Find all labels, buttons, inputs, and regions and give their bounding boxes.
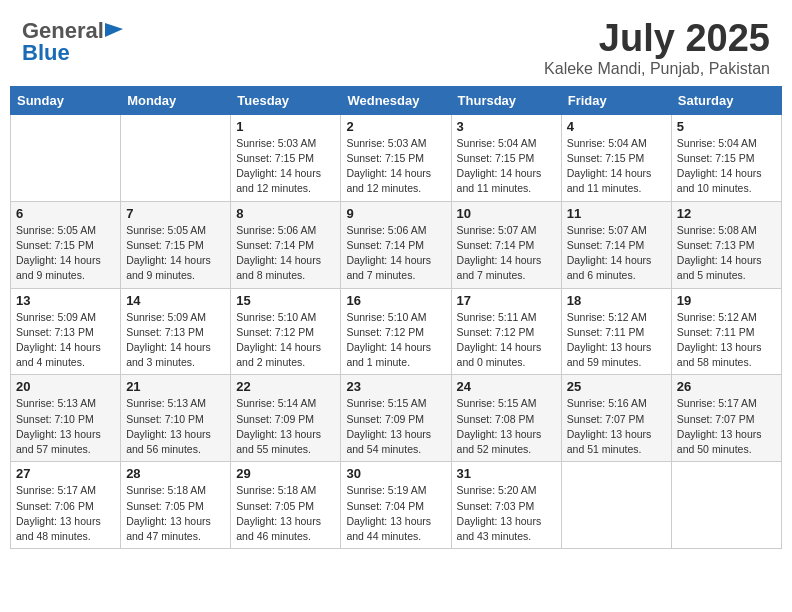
day-info: Sunrise: 5:07 AMSunset: 7:14 PMDaylight:… bbox=[567, 223, 666, 284]
table-row: 12Sunrise: 5:08 AMSunset: 7:13 PMDayligh… bbox=[671, 201, 781, 288]
day-info: Sunrise: 5:18 AMSunset: 7:05 PMDaylight:… bbox=[236, 483, 335, 544]
table-row: 2Sunrise: 5:03 AMSunset: 7:15 PMDaylight… bbox=[341, 114, 451, 201]
table-row: 17Sunrise: 5:11 AMSunset: 7:12 PMDayligh… bbox=[451, 288, 561, 375]
table-row: 27Sunrise: 5:17 AMSunset: 7:06 PMDayligh… bbox=[11, 462, 121, 549]
table-row bbox=[561, 462, 671, 549]
table-row: 1Sunrise: 5:03 AMSunset: 7:15 PMDaylight… bbox=[231, 114, 341, 201]
table-row: 24Sunrise: 5:15 AMSunset: 7:08 PMDayligh… bbox=[451, 375, 561, 462]
day-number: 9 bbox=[346, 206, 445, 221]
day-number: 7 bbox=[126, 206, 225, 221]
day-number: 27 bbox=[16, 466, 115, 481]
table-row: 30Sunrise: 5:19 AMSunset: 7:04 PMDayligh… bbox=[341, 462, 451, 549]
day-number: 4 bbox=[567, 119, 666, 134]
table-row: 21Sunrise: 5:13 AMSunset: 7:10 PMDayligh… bbox=[121, 375, 231, 462]
table-row: 6Sunrise: 5:05 AMSunset: 7:15 PMDaylight… bbox=[11, 201, 121, 288]
location-title: Kaleke Mandi, Punjab, Pakistan bbox=[544, 60, 770, 78]
day-info: Sunrise: 5:17 AMSunset: 7:07 PMDaylight:… bbox=[677, 396, 776, 457]
calendar-table: Sunday Monday Tuesday Wednesday Thursday… bbox=[10, 86, 782, 549]
day-info: Sunrise: 5:12 AMSunset: 7:11 PMDaylight:… bbox=[567, 310, 666, 371]
day-number: 23 bbox=[346, 379, 445, 394]
col-saturday: Saturday bbox=[671, 86, 781, 114]
table-row: 20Sunrise: 5:13 AMSunset: 7:10 PMDayligh… bbox=[11, 375, 121, 462]
col-wednesday: Wednesday bbox=[341, 86, 451, 114]
table-row: 16Sunrise: 5:10 AMSunset: 7:12 PMDayligh… bbox=[341, 288, 451, 375]
day-info: Sunrise: 5:17 AMSunset: 7:06 PMDaylight:… bbox=[16, 483, 115, 544]
day-number: 17 bbox=[457, 293, 556, 308]
logo-blue-text: Blue bbox=[22, 40, 70, 66]
table-row: 25Sunrise: 5:16 AMSunset: 7:07 PMDayligh… bbox=[561, 375, 671, 462]
day-number: 3 bbox=[457, 119, 556, 134]
table-row: 9Sunrise: 5:06 AMSunset: 7:14 PMDaylight… bbox=[341, 201, 451, 288]
table-row: 29Sunrise: 5:18 AMSunset: 7:05 PMDayligh… bbox=[231, 462, 341, 549]
day-number: 13 bbox=[16, 293, 115, 308]
table-row: 3Sunrise: 5:04 AMSunset: 7:15 PMDaylight… bbox=[451, 114, 561, 201]
table-row: 8Sunrise: 5:06 AMSunset: 7:14 PMDaylight… bbox=[231, 201, 341, 288]
day-number: 24 bbox=[457, 379, 556, 394]
day-number: 21 bbox=[126, 379, 225, 394]
page-header: General Blue July 2025 Kaleke Mandi, Pun… bbox=[10, 10, 782, 82]
table-row: 10Sunrise: 5:07 AMSunset: 7:14 PMDayligh… bbox=[451, 201, 561, 288]
day-info: Sunrise: 5:13 AMSunset: 7:10 PMDaylight:… bbox=[126, 396, 225, 457]
col-thursday: Thursday bbox=[451, 86, 561, 114]
day-number: 26 bbox=[677, 379, 776, 394]
col-sunday: Sunday bbox=[11, 86, 121, 114]
table-row bbox=[671, 462, 781, 549]
day-info: Sunrise: 5:16 AMSunset: 7:07 PMDaylight:… bbox=[567, 396, 666, 457]
day-number: 8 bbox=[236, 206, 335, 221]
table-row: 18Sunrise: 5:12 AMSunset: 7:11 PMDayligh… bbox=[561, 288, 671, 375]
table-row: 23Sunrise: 5:15 AMSunset: 7:09 PMDayligh… bbox=[341, 375, 451, 462]
day-number: 22 bbox=[236, 379, 335, 394]
day-info: Sunrise: 5:06 AMSunset: 7:14 PMDaylight:… bbox=[346, 223, 445, 284]
day-number: 19 bbox=[677, 293, 776, 308]
table-row bbox=[121, 114, 231, 201]
day-info: Sunrise: 5:03 AMSunset: 7:15 PMDaylight:… bbox=[346, 136, 445, 197]
week-row-5: 27Sunrise: 5:17 AMSunset: 7:06 PMDayligh… bbox=[11, 462, 782, 549]
day-info: Sunrise: 5:14 AMSunset: 7:09 PMDaylight:… bbox=[236, 396, 335, 457]
table-row: 14Sunrise: 5:09 AMSunset: 7:13 PMDayligh… bbox=[121, 288, 231, 375]
table-row: 28Sunrise: 5:18 AMSunset: 7:05 PMDayligh… bbox=[121, 462, 231, 549]
week-row-4: 20Sunrise: 5:13 AMSunset: 7:10 PMDayligh… bbox=[11, 375, 782, 462]
table-row: 26Sunrise: 5:17 AMSunset: 7:07 PMDayligh… bbox=[671, 375, 781, 462]
col-friday: Friday bbox=[561, 86, 671, 114]
day-info: Sunrise: 5:20 AMSunset: 7:03 PMDaylight:… bbox=[457, 483, 556, 544]
table-row: 31Sunrise: 5:20 AMSunset: 7:03 PMDayligh… bbox=[451, 462, 561, 549]
day-number: 20 bbox=[16, 379, 115, 394]
day-number: 30 bbox=[346, 466, 445, 481]
day-number: 25 bbox=[567, 379, 666, 394]
day-info: Sunrise: 5:13 AMSunset: 7:10 PMDaylight:… bbox=[16, 396, 115, 457]
day-number: 10 bbox=[457, 206, 556, 221]
logo: General Blue bbox=[22, 18, 123, 66]
day-number: 6 bbox=[16, 206, 115, 221]
day-info: Sunrise: 5:05 AMSunset: 7:15 PMDaylight:… bbox=[16, 223, 115, 284]
week-row-2: 6Sunrise: 5:05 AMSunset: 7:15 PMDaylight… bbox=[11, 201, 782, 288]
day-info: Sunrise: 5:10 AMSunset: 7:12 PMDaylight:… bbox=[346, 310, 445, 371]
day-number: 1 bbox=[236, 119, 335, 134]
day-info: Sunrise: 5:08 AMSunset: 7:13 PMDaylight:… bbox=[677, 223, 776, 284]
day-number: 29 bbox=[236, 466, 335, 481]
col-tuesday: Tuesday bbox=[231, 86, 341, 114]
week-row-3: 13Sunrise: 5:09 AMSunset: 7:13 PMDayligh… bbox=[11, 288, 782, 375]
day-info: Sunrise: 5:15 AMSunset: 7:08 PMDaylight:… bbox=[457, 396, 556, 457]
day-info: Sunrise: 5:04 AMSunset: 7:15 PMDaylight:… bbox=[677, 136, 776, 197]
day-number: 31 bbox=[457, 466, 556, 481]
day-info: Sunrise: 5:18 AMSunset: 7:05 PMDaylight:… bbox=[126, 483, 225, 544]
table-row: 13Sunrise: 5:09 AMSunset: 7:13 PMDayligh… bbox=[11, 288, 121, 375]
day-number: 14 bbox=[126, 293, 225, 308]
week-row-1: 1Sunrise: 5:03 AMSunset: 7:15 PMDaylight… bbox=[11, 114, 782, 201]
day-number: 12 bbox=[677, 206, 776, 221]
col-monday: Monday bbox=[121, 86, 231, 114]
table-row: 4Sunrise: 5:04 AMSunset: 7:15 PMDaylight… bbox=[561, 114, 671, 201]
day-info: Sunrise: 5:04 AMSunset: 7:15 PMDaylight:… bbox=[567, 136, 666, 197]
day-info: Sunrise: 5:10 AMSunset: 7:12 PMDaylight:… bbox=[236, 310, 335, 371]
month-title: July 2025 bbox=[544, 18, 770, 60]
day-number: 15 bbox=[236, 293, 335, 308]
day-number: 16 bbox=[346, 293, 445, 308]
day-info: Sunrise: 5:03 AMSunset: 7:15 PMDaylight:… bbox=[236, 136, 335, 197]
day-info: Sunrise: 5:07 AMSunset: 7:14 PMDaylight:… bbox=[457, 223, 556, 284]
day-number: 28 bbox=[126, 466, 225, 481]
calendar-header-row: Sunday Monday Tuesday Wednesday Thursday… bbox=[11, 86, 782, 114]
day-number: 5 bbox=[677, 119, 776, 134]
day-number: 18 bbox=[567, 293, 666, 308]
day-info: Sunrise: 5:19 AMSunset: 7:04 PMDaylight:… bbox=[346, 483, 445, 544]
day-number: 11 bbox=[567, 206, 666, 221]
